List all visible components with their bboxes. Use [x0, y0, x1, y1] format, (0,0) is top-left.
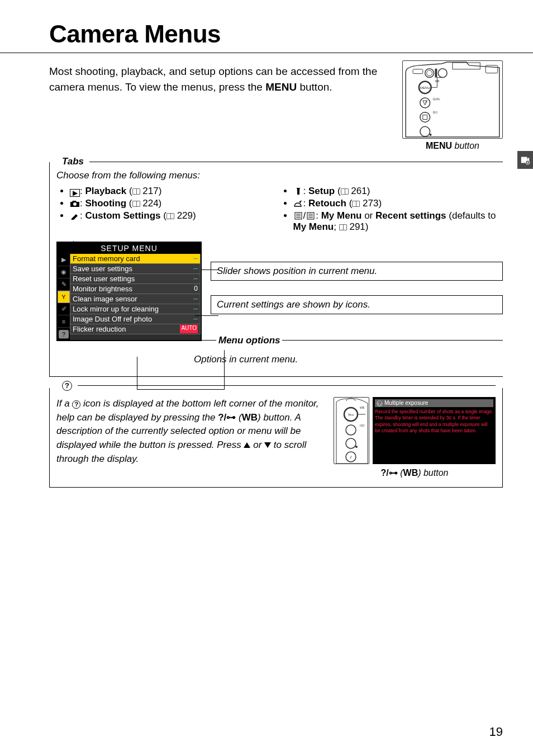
setup-menu-item: Image Dust Off ref photo-- — [70, 314, 201, 324]
setup-menu-item: Lock mirror up for cleaning-- — [70, 304, 201, 314]
svg-text:ISO: ISO — [433, 111, 438, 114]
tab-setup-icon: Y — [58, 291, 70, 303]
annotation-icons: Current settings are shown by icons. — [211, 295, 503, 314]
menu-button-caption: MENU button — [402, 141, 503, 151]
svg-point-12 — [420, 112, 430, 122]
help-button-caption: ?/⊶ (WB) button — [334, 467, 496, 478]
camera-buttons-illustration: WB ?/⊶ ISO i — [334, 397, 369, 464]
help-heading-icon: ? — [60, 380, 74, 391]
svg-text:i: i — [350, 455, 351, 460]
tab-custom-icon: ✎ — [58, 278, 70, 291]
menu-list-right: : Setup ( 261) : Retouch ( 273) /: My Me… — [293, 186, 503, 233]
menu-item-custom-settings: : Custom Settings ( 229) — [70, 210, 280, 221]
svg-point-1 — [425, 69, 434, 78]
intro-suffix: button. — [297, 81, 332, 93]
svg-point-18 — [73, 202, 77, 206]
svg-rect-0 — [413, 69, 423, 74]
svg-text:?/⊶: ?/⊶ — [348, 413, 354, 417]
annotation-slider: Slider shows position in current menu. — [211, 262, 503, 281]
page-number: 19 — [489, 725, 503, 739]
menu-button-label: MENU — [265, 81, 297, 93]
page-title: Camera Menus — [49, 20, 503, 48]
intro-paragraph: Most shooting, playback, and setup optio… — [49, 64, 386, 94]
svg-point-15 — [430, 134, 432, 136]
svg-point-25 — [346, 425, 356, 435]
setup-menu-items: Format memory card--Save user settings--… — [70, 254, 201, 340]
page-ref-icon — [166, 213, 174, 219]
setup-menu-item: Format memory card-- — [70, 254, 201, 264]
recent-icon — [306, 212, 316, 220]
page-ref-icon — [341, 188, 349, 195]
menu-item-retouch: : Retouch ( 273) — [293, 198, 503, 209]
tab-help-icon: ? — [59, 330, 69, 339]
menu-item-shooting: : Shooting ( 224) — [70, 198, 280, 209]
wrench-icon — [293, 187, 303, 195]
svg-point-2 — [427, 70, 432, 76]
section-side-tab-icon — [517, 151, 533, 169]
svg-point-14 — [420, 126, 430, 136]
svg-text:MENU: MENU — [420, 86, 430, 89]
setup-menu-title: SETUP MENU — [58, 243, 201, 254]
retouch-icon — [293, 200, 303, 207]
my-menu-icon — [293, 212, 303, 220]
svg-text:WB: WB — [360, 406, 365, 409]
svg-rect-3 — [435, 69, 437, 78]
setup-menu-item: Reset user settings-- — [70, 274, 201, 284]
setup-menu-tabs: ▶ ◉ ✎ Y ✐ ≡ ? — [58, 254, 70, 340]
svg-text:WB: WB — [435, 80, 440, 83]
page-ref-icon — [352, 201, 360, 207]
svg-text:ISO: ISO — [360, 424, 365, 427]
menu-list-left: ▶: Playback ( 217) : Shooting ( 224) : C… — [70, 186, 280, 221]
help-description: If a ? icon is displayed at the bottom l… — [56, 397, 325, 478]
svg-point-28 — [355, 446, 358, 448]
setup-menu-item: Flicker reductionAUTO — [70, 324, 201, 334]
menu-item-my-menu: /: My Menu or Recent settings (defaults … — [293, 210, 503, 233]
camera-icon — [70, 200, 80, 207]
tabs-description: Choose from the following menus: — [56, 170, 503, 181]
help-icon: ? — [72, 400, 80, 409]
setup-menu-item: Monitor brightness0 — [70, 284, 201, 294]
svg-point-4 — [438, 69, 447, 78]
setup-menu-screenshot: SETUP MENU ▶ ◉ ✎ Y ✐ ≡ ? Format memory c… — [56, 242, 202, 341]
tab-playback-icon: ▶ — [58, 254, 70, 266]
help-popup-title: Multiple exposure — [375, 399, 493, 407]
svg-text:QUAL: QUAL — [433, 98, 441, 101]
page-ref-icon — [132, 201, 140, 207]
down-arrow-icon — [264, 442, 271, 448]
help-popup-body: Record the specified number of shots as … — [375, 409, 493, 434]
up-arrow-icon — [244, 442, 250, 448]
tab-retouch-icon: ✐ — [58, 303, 70, 315]
setup-menu-item: Save user settings-- — [70, 264, 201, 274]
svg-point-27 — [346, 438, 356, 448]
menu-item-setup: : Setup ( 261) — [293, 186, 503, 197]
annotation-menu-options-desc: Options in current menu. — [194, 352, 503, 365]
svg-point-10 — [420, 98, 430, 108]
menu-item-playback: ▶: Playback ( 217) — [70, 186, 280, 197]
tab-mymenu-icon: ≡ — [58, 315, 70, 328]
tabs-heading: Tabs — [60, 156, 86, 167]
svg-rect-19 — [297, 186, 299, 188]
playback-icon: ▶ — [70, 189, 80, 197]
setup-menu-item: Clean image sensor-- — [70, 294, 201, 304]
help-popup-illustration: Multiple exposure Record the specified n… — [373, 397, 496, 464]
page-ref-icon — [339, 224, 347, 230]
tab-shooting-icon: ◉ — [58, 266, 70, 278]
annotation-menu-options-label: Menu options — [211, 329, 503, 340]
pencil-icon — [70, 212, 80, 220]
page-ref-icon — [132, 188, 140, 195]
camera-back-illustration: MENU WB QUAL ISO — [402, 60, 503, 139]
